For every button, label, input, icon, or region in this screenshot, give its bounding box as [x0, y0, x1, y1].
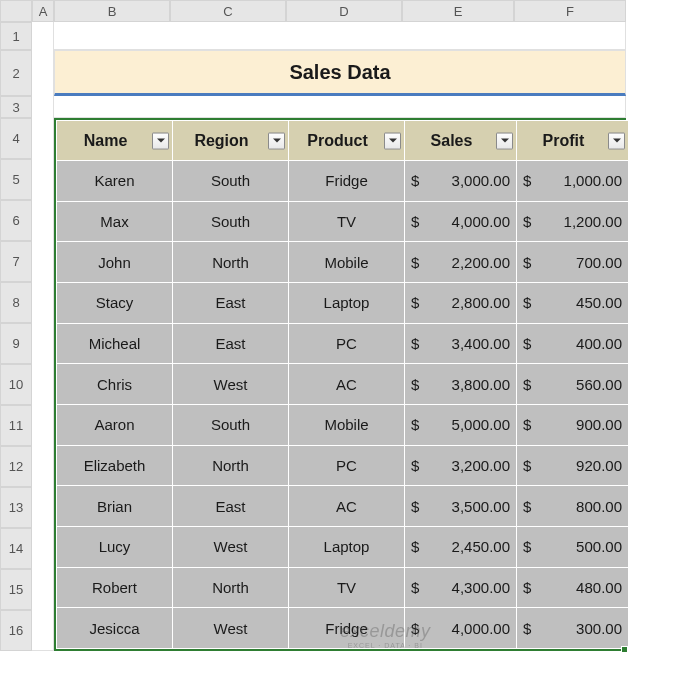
- cell[interactable]: [32, 22, 54, 651]
- cell-product[interactable]: Mobile: [289, 242, 405, 283]
- cell-product[interactable]: Mobile: [289, 404, 405, 445]
- cell-sales[interactable]: $4,300.00: [405, 567, 517, 608]
- cell-sales[interactable]: $2,800.00: [405, 282, 517, 323]
- cell-name[interactable]: Max: [57, 201, 173, 242]
- cell-region[interactable]: North: [173, 567, 289, 608]
- row-header-7[interactable]: 7: [0, 241, 32, 282]
- row-header-13[interactable]: 13: [0, 487, 32, 528]
- col-header-C[interactable]: C: [170, 0, 286, 22]
- cell-region[interactable]: South: [173, 404, 289, 445]
- cell-product[interactable]: PC: [289, 323, 405, 364]
- cell-product[interactable]: Fridge: [289, 161, 405, 202]
- filter-button[interactable]: [268, 132, 285, 149]
- page-title[interactable]: Sales Data: [54, 50, 626, 96]
- cell-region[interactable]: West: [173, 364, 289, 405]
- cell-sales[interactable]: $3,000.00: [405, 161, 517, 202]
- cell[interactable]: [54, 96, 626, 118]
- cell-region[interactable]: East: [173, 486, 289, 527]
- selection-handle[interactable]: [621, 646, 628, 653]
- row-header-16[interactable]: 16: [0, 610, 32, 651]
- cell-profit[interactable]: $560.00: [517, 364, 629, 405]
- cell-region[interactable]: East: [173, 323, 289, 364]
- cell-sales[interactable]: $3,400.00: [405, 323, 517, 364]
- cell[interactable]: [54, 22, 626, 50]
- col-header-A[interactable]: A: [32, 0, 54, 22]
- cell-name[interactable]: Elizabeth: [57, 445, 173, 486]
- cell-name[interactable]: Aaron: [57, 404, 173, 445]
- cell-name[interactable]: Lucy: [57, 526, 173, 567]
- select-all-corner[interactable]: [0, 0, 32, 22]
- cell-profit[interactable]: $1,200.00: [517, 201, 629, 242]
- cell-product[interactable]: Laptop: [289, 282, 405, 323]
- header-sales[interactable]: Sales: [405, 121, 517, 161]
- filter-button[interactable]: [384, 132, 401, 149]
- cell-product[interactable]: AC: [289, 364, 405, 405]
- cell-name[interactable]: Robert: [57, 567, 173, 608]
- cell-name[interactable]: John: [57, 242, 173, 283]
- col-header-D[interactable]: D: [286, 0, 402, 22]
- cell-profit[interactable]: $900.00: [517, 404, 629, 445]
- cell-region[interactable]: North: [173, 242, 289, 283]
- col-header-E[interactable]: E: [402, 0, 514, 22]
- cell-product[interactable]: TV: [289, 201, 405, 242]
- cell-sales[interactable]: $3,200.00: [405, 445, 517, 486]
- cell-product[interactable]: PC: [289, 445, 405, 486]
- cell-sales[interactable]: $2,200.00: [405, 242, 517, 283]
- cell-product[interactable]: Laptop: [289, 526, 405, 567]
- cell-profit[interactable]: $700.00: [517, 242, 629, 283]
- cell-profit[interactable]: $450.00: [517, 282, 629, 323]
- header-region[interactable]: Region: [173, 121, 289, 161]
- row-header-2[interactable]: 2: [0, 50, 32, 96]
- cell-profit[interactable]: $400.00: [517, 323, 629, 364]
- cell-profit[interactable]: $500.00: [517, 526, 629, 567]
- cell-region[interactable]: South: [173, 161, 289, 202]
- cell-region[interactable]: West: [173, 526, 289, 567]
- cell-profit[interactable]: $480.00: [517, 567, 629, 608]
- row-header-8[interactable]: 8: [0, 282, 32, 323]
- cell-name[interactable]: Stacy: [57, 282, 173, 323]
- row-header-4[interactable]: 4: [0, 118, 32, 159]
- cell-sales[interactable]: $3,500.00: [405, 486, 517, 527]
- row-header-12[interactable]: 12: [0, 446, 32, 487]
- cell-profit[interactable]: $300.00: [517, 608, 629, 649]
- cell-product[interactable]: TV: [289, 567, 405, 608]
- col-header-B[interactable]: B: [54, 0, 170, 22]
- header-product[interactable]: Product: [289, 121, 405, 161]
- row-header-5[interactable]: 5: [0, 159, 32, 200]
- col-header-F[interactable]: F: [514, 0, 626, 22]
- cell-region[interactable]: West: [173, 608, 289, 649]
- cell-region[interactable]: East: [173, 282, 289, 323]
- table-row: MichealEastPC$3,400.00$400.00: [57, 323, 629, 364]
- cell-region[interactable]: North: [173, 445, 289, 486]
- row-header-15[interactable]: 15: [0, 569, 32, 610]
- cell-name[interactable]: Karen: [57, 161, 173, 202]
- cell-name[interactable]: Chris: [57, 364, 173, 405]
- cell-product[interactable]: AC: [289, 486, 405, 527]
- cell-name[interactable]: Micheal: [57, 323, 173, 364]
- row-header-6[interactable]: 6: [0, 200, 32, 241]
- cell-region[interactable]: South: [173, 201, 289, 242]
- row-header-9[interactable]: 9: [0, 323, 32, 364]
- cell-product[interactable]: Fridge: [289, 608, 405, 649]
- cell-sales[interactable]: $4,000.00: [405, 608, 517, 649]
- cell-sales[interactable]: $4,000.00: [405, 201, 517, 242]
- row-header-1[interactable]: 1: [0, 22, 32, 50]
- cell-profit[interactable]: $920.00: [517, 445, 629, 486]
- cell-profit[interactable]: $1,000.00: [517, 161, 629, 202]
- cell-profit[interactable]: $800.00: [517, 486, 629, 527]
- cell-name[interactable]: Jesicca: [57, 608, 173, 649]
- filter-button[interactable]: [496, 132, 513, 149]
- row-header-3[interactable]: 3: [0, 96, 32, 118]
- header-name[interactable]: Name: [57, 121, 173, 161]
- cell-sales[interactable]: $3,800.00: [405, 364, 517, 405]
- cell-name[interactable]: Brian: [57, 486, 173, 527]
- table-selection: Name Region Product Sales Profit KarenSo…: [54, 118, 626, 651]
- cell-sales[interactable]: $2,450.00: [405, 526, 517, 567]
- row-header-11[interactable]: 11: [0, 405, 32, 446]
- filter-button[interactable]: [152, 132, 169, 149]
- row-header-14[interactable]: 14: [0, 528, 32, 569]
- filter-button[interactable]: [608, 132, 625, 149]
- cell-sales[interactable]: $5,000.00: [405, 404, 517, 445]
- header-profit[interactable]: Profit: [517, 121, 629, 161]
- row-header-10[interactable]: 10: [0, 364, 32, 405]
